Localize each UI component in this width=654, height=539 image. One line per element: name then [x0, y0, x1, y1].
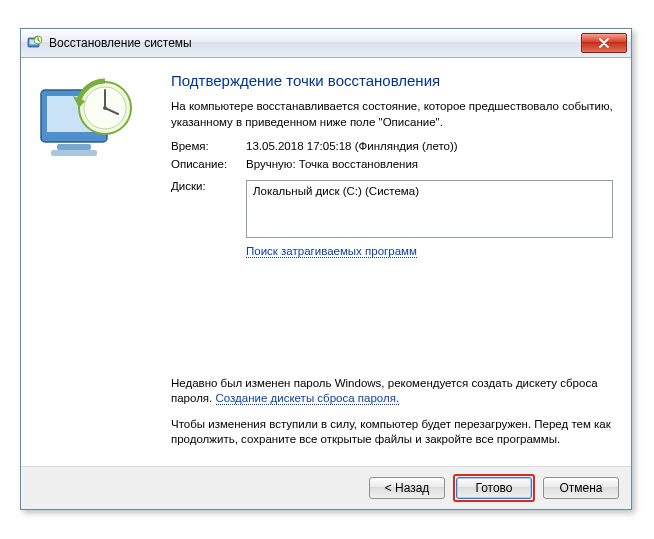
- scan-programs-link[interactable]: Поиск затрагиваемых программ: [246, 245, 417, 258]
- restore-icon: [27, 35, 43, 51]
- description-value: Вручную: Точка восстановления: [246, 158, 613, 170]
- restart-note: Чтобы изменения вступили в силу, компьют…: [171, 417, 613, 448]
- titlebar: Восстановление системы: [21, 29, 631, 58]
- system-restore-window: Восстановление системы: [20, 28, 632, 510]
- restore-illustration-icon: [33, 72, 143, 172]
- close-button[interactable]: [581, 33, 627, 53]
- disks-label: Диски:: [171, 180, 246, 238]
- disk-item: Локальный диск (C:) (Система): [253, 185, 419, 197]
- content-panel: Подтверждение точки восстановления На ко…: [171, 58, 631, 466]
- password-disk-link[interactable]: Создание дискеты сброса пароля.: [216, 392, 400, 405]
- password-note: Недавно был изменен пароль Windows, реко…: [171, 376, 613, 407]
- intro-text: На компьютере восстанавливается состояни…: [171, 99, 613, 130]
- svg-point-12: [103, 106, 107, 110]
- time-value: 13.05.2018 17:05:18 (Финляндия (лето)): [246, 140, 613, 152]
- back-button[interactable]: < Назад: [369, 477, 445, 499]
- scan-programs-line: Поиск затрагиваемых программ: [171, 244, 613, 258]
- disks-list: Локальный диск (C:) (Система): [246, 180, 613, 238]
- side-panel: [21, 58, 171, 466]
- disks-row: Диски: Локальный диск (C:) (Система): [171, 180, 613, 238]
- done-highlight: Готово: [453, 474, 535, 502]
- svg-rect-7: [51, 150, 97, 156]
- description-row: Описание: Вручную: Точка восстановления: [171, 158, 613, 170]
- time-label: Время:: [171, 140, 246, 152]
- svg-rect-6: [57, 144, 91, 150]
- button-bar: < Назад Готово Отмена: [21, 466, 631, 509]
- page-heading: Подтверждение точки восстановления: [171, 72, 613, 89]
- body: Подтверждение точки восстановления На ко…: [21, 58, 631, 466]
- cancel-button[interactable]: Отмена: [543, 477, 619, 499]
- close-icon: [599, 38, 609, 48]
- window-title: Восстановление системы: [49, 36, 581, 50]
- time-row: Время: 13.05.2018 17:05:18 (Финляндия (л…: [171, 140, 613, 152]
- done-button[interactable]: Готово: [456, 477, 532, 499]
- description-label: Описание:: [171, 158, 246, 170]
